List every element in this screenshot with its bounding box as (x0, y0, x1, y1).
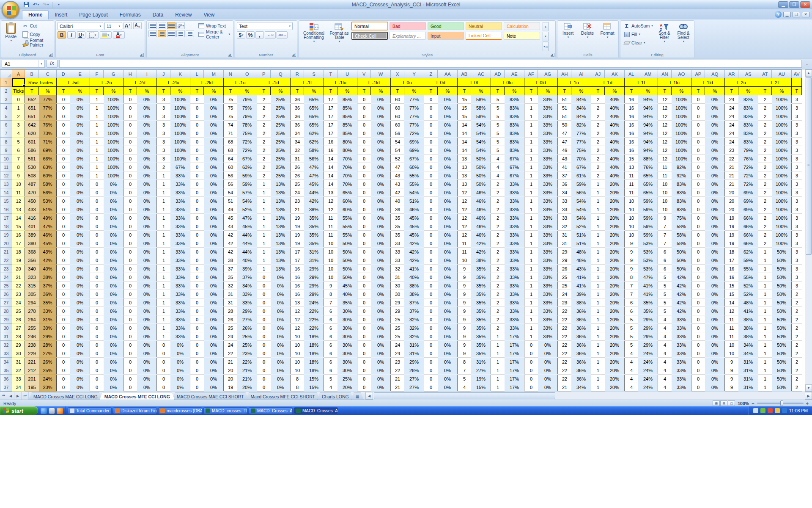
cell[interactable]: 0% (137, 197, 157, 205)
cell[interactable]: 0% (371, 129, 391, 138)
cell[interactable]: 62% (304, 129, 324, 138)
cell[interactable]: 12 (658, 129, 672, 138)
cell[interactable]: 0 (691, 239, 705, 248)
cell[interactable]: 10 (291, 349, 304, 358)
sub-header-cell[interactable]: T (424, 87, 438, 95)
cell[interactable]: 1 (157, 239, 170, 248)
cell[interactable]: 0% (705, 171, 725, 180)
sub-header-cell[interactable]: T (758, 87, 772, 95)
cell[interactable]: 5 (491, 104, 505, 112)
cell[interactable]: 25% (271, 138, 291, 146)
horizontal-scrollbar[interactable]: ◀ ▶ (365, 392, 812, 400)
column-header-I[interactable]: I (137, 70, 157, 78)
cut-button[interactable]: ✂Cut (21, 22, 52, 30)
cell[interactable]: 0% (371, 138, 391, 146)
cell[interactable]: 1 (491, 358, 505, 366)
borders-button[interactable]: ▾ (87, 31, 99, 39)
cell[interactable]: 25% (271, 104, 291, 112)
cell[interactable]: 0% (271, 282, 291, 290)
cell[interactable]: 0% (104, 265, 123, 273)
cell[interactable]: 0 (190, 104, 204, 112)
row-header-5[interactable]: 5 (0, 112, 12, 121)
cell[interactable]: 45% (404, 222, 424, 231)
cell[interactable]: 1 (758, 375, 772, 383)
cell[interactable]: 16 (625, 112, 638, 121)
cell[interactable]: 14 (458, 121, 471, 129)
cell[interactable]: 59% (237, 171, 257, 180)
sub-header-cell[interactable]: T (25, 87, 39, 95)
cell[interactable]: 37% (404, 298, 424, 307)
cell[interactable]: 0% (70, 146, 90, 155)
cell[interactable]: 39% (237, 265, 257, 273)
cell[interactable]: 0% (204, 332, 224, 341)
sub-header-cell[interactable]: % (772, 87, 792, 95)
cell[interactable]: 45% (304, 180, 324, 188)
cell[interactable]: 0 (57, 104, 70, 112)
cell[interactable]: 0 (691, 197, 705, 205)
cell[interactable]: 1 (524, 222, 538, 231)
cell[interactable]: 41% (571, 273, 591, 282)
clear-button[interactable]: Clear▾ (622, 39, 654, 47)
cell[interactable]: 0 (90, 383, 104, 392)
cell[interactable]: 10 (324, 256, 337, 265)
cell[interactable]: 14 (458, 129, 471, 138)
cell[interactable]: 0% (438, 205, 458, 214)
cell[interactable]: 0% (70, 197, 90, 205)
cell[interactable]: 60% (39, 171, 57, 180)
cell[interactable]: 54 (391, 146, 404, 155)
cell[interactable]: 12 (324, 197, 337, 205)
cell[interactable]: 0% (438, 273, 458, 282)
cell[interactable]: 22 (558, 324, 571, 332)
cell[interactable]: 43 (391, 171, 404, 180)
cell[interactable]: 0% (705, 324, 725, 332)
cell[interactable]: 22 (12, 282, 25, 290)
cell[interactable]: 15 (458, 104, 471, 112)
cell[interactable]: 0% (371, 214, 391, 222)
cell[interactable]: 44% (237, 231, 257, 239)
cell[interactable]: 1 (524, 146, 538, 155)
cell[interactable]: 0% (705, 298, 725, 307)
cell[interactable]: 65% (337, 188, 357, 197)
cell[interactable]: 278 (25, 307, 39, 315)
row-header-30[interactable]: 30 (0, 324, 12, 332)
insert-cells-button[interactable]: Insert▾ (559, 22, 577, 51)
cell[interactable]: 31% (738, 358, 758, 366)
cell[interactable]: 0% (705, 366, 725, 375)
cell[interactable]: 40% (605, 146, 625, 155)
align-bottom-icon[interactable] (167, 22, 176, 29)
wrap-text-button[interactable]: Wrap Text (197, 22, 231, 30)
row-header-17[interactable]: 17 (0, 214, 12, 222)
cell-style-explanatory-[interactable]: Explanatory ... (390, 32, 426, 40)
cell[interactable]: 59% (237, 180, 257, 188)
cell[interactable]: 21 (391, 375, 404, 383)
cell[interactable]: 12 (458, 214, 471, 222)
cell[interactable]: 23 (12, 290, 25, 298)
cell[interactable]: 1 (491, 383, 505, 392)
cell[interactable]: 16 (725, 273, 738, 282)
cell[interactable]: 1 (90, 163, 104, 171)
comma-style-button[interactable]: , (255, 31, 264, 39)
cell[interactable]: 33% (672, 324, 691, 332)
column-header-AE[interactable]: AE (505, 70, 524, 78)
cell[interactable]: 12 (458, 231, 471, 239)
sub-header-cell[interactable]: % (70, 87, 90, 95)
cell[interactable]: 14 (324, 163, 337, 171)
row-header-27[interactable]: 27 (0, 298, 12, 307)
cell[interactable]: 33% (505, 239, 524, 248)
cell[interactable]: 0% (204, 214, 224, 222)
cell[interactable]: 0% (438, 180, 458, 188)
cell[interactable]: 0 (424, 375, 438, 383)
cell[interactable]: 47 (391, 163, 404, 171)
cell[interactable]: 10 (625, 205, 638, 214)
cell[interactable]: 25% (271, 121, 291, 129)
cell[interactable]: 24 (224, 332, 237, 341)
cell[interactable]: 10 (658, 188, 672, 197)
cell[interactable]: 0% (371, 324, 391, 332)
cell[interactable]: 50% (772, 265, 792, 273)
cell[interactable]: 0% (705, 315, 725, 324)
cell[interactable]: 79% (237, 104, 257, 112)
cell[interactable]: 1 (591, 256, 605, 265)
cell[interactable]: 94% (638, 112, 658, 121)
cell[interactable]: 54% (471, 146, 491, 155)
cell[interactable]: 75 (224, 104, 237, 112)
